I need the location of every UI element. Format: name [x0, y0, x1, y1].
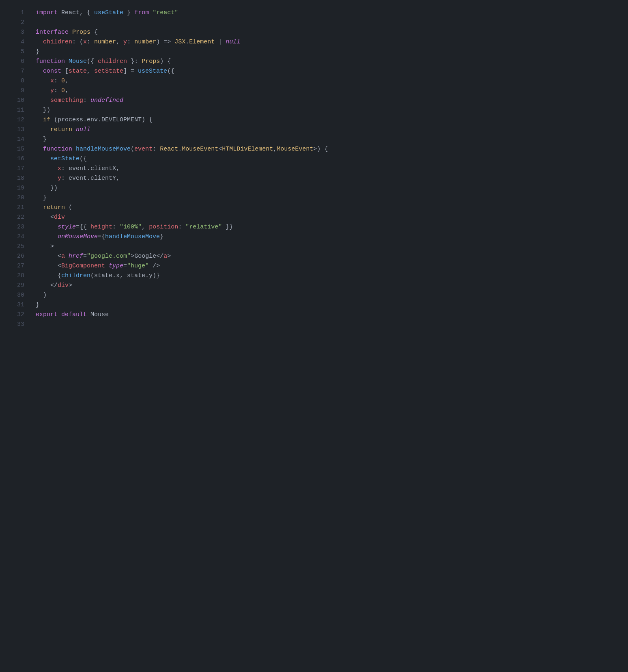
token-jsx-bracket: </: [156, 253, 163, 260]
token-plain: [65, 58, 69, 65]
token-jsx-attr: style: [58, 224, 76, 230]
token-obj-key: height: [90, 224, 112, 230]
token-plain: [36, 233, 58, 240]
code-line: 8 x: 0,: [0, 76, 628, 86]
line-number: 17: [8, 164, 24, 173]
token-plain: :: [112, 224, 120, 230]
line-content: <div: [36, 213, 620, 222]
token-plain: [36, 224, 58, 230]
token-plain: ) =>: [156, 39, 174, 45]
token-fn-call: setState: [50, 155, 80, 162]
token-var-name: y: [123, 39, 127, 45]
token-jsx-tag: a: [163, 253, 167, 260]
token-punc: }: [160, 233, 163, 240]
token-plain: [36, 263, 58, 269]
line-content: function Mouse({ children }: Props) {: [36, 57, 620, 66]
token-jsx-attr: type: [109, 263, 123, 269]
token-plain: [105, 263, 109, 269]
token-punc: {: [94, 29, 98, 36]
line-content: return null: [36, 125, 620, 134]
token-plain: ,: [65, 87, 69, 94]
token-plain: [36, 253, 58, 260]
token-plain: :: [83, 97, 90, 104]
token-jsx-bracket: />: [153, 263, 160, 269]
code-line: 4 children: (x: number, y: number) => JS…: [0, 37, 628, 47]
token-jsx-bracket: <: [58, 263, 61, 269]
token-fn-call: useState: [138, 68, 167, 75]
token-plain: [: [61, 68, 69, 75]
token-type-name: React: [160, 146, 178, 153]
token-punc: }): [50, 185, 58, 192]
token-jsx-bracket: >: [131, 253, 134, 260]
token-plain: (: [65, 204, 72, 211]
line-content: }: [36, 300, 620, 310]
line-content: </div>: [36, 281, 620, 290]
line-number: 18: [8, 174, 24, 183]
token-kw-function: function: [43, 146, 72, 153]
token-type-name: MouseEvent: [277, 146, 313, 153]
token-plain: [36, 39, 43, 45]
code-editor: 1import React, { useState } from "react"…: [0, 4, 628, 334]
token-kw-from: from: [134, 9, 149, 16]
code-line: 16 setState({: [0, 154, 628, 164]
code-line: 6function Mouse({ children }: Props) {: [0, 57, 628, 67]
token-jsx-tag: BigComponent: [61, 263, 105, 269]
token-plain: [36, 194, 43, 201]
token-plain: |: [215, 39, 226, 45]
token-punc: {: [90, 58, 94, 65]
token-fn-name: Mouse: [69, 58, 87, 65]
line-number: 33: [8, 320, 24, 329]
line-number: 8: [8, 76, 24, 86]
token-jsx-tag: div: [58, 282, 69, 289]
token-jsx-tag: a: [61, 253, 65, 260]
code-line: 5}: [0, 47, 628, 57]
line-content: function handleMouseMove(event: React.Mo…: [36, 144, 620, 154]
code-line: 23 style={{ height: "100%", position: "r…: [0, 222, 628, 232]
code-line: 30 ): [0, 291, 628, 300]
token-var-name: setState: [94, 68, 123, 75]
line-content: }): [36, 183, 620, 193]
token-obj-key: position: [149, 224, 178, 230]
token-plain: Mouse: [87, 311, 109, 318]
line-number: 3: [8, 28, 24, 37]
line-number: 4: [8, 37, 24, 47]
token-plain: [87, 224, 90, 230]
token-plain: Google: [134, 253, 156, 260]
line-content: something: undefined: [36, 96, 620, 105]
line-number: 19: [8, 183, 24, 193]
token-jsx-bracket: <: [50, 214, 54, 221]
token-var-name: state: [69, 68, 87, 75]
token-type-name: Props: [72, 29, 90, 36]
code-line: 32export default Mouse: [0, 310, 628, 320]
token-jsx-bracket: </: [50, 282, 58, 289]
token-var-name: children: [98, 58, 127, 65]
code-line: 22 <div: [0, 213, 628, 222]
token-plain: [36, 97, 50, 104]
line-content: }: [36, 47, 620, 56]
token-plain: [69, 29, 72, 36]
code-line: 15 function handleMouseMove(event: React…: [0, 144, 628, 154]
token-jsx-bracket: <: [58, 253, 61, 260]
token-obj-key: something: [50, 97, 83, 104]
token-punc: }: [36, 302, 39, 308]
line-number: 12: [8, 115, 24, 125]
code-line: 10 something: undefined: [0, 96, 628, 106]
token-kw-return: return: [43, 204, 65, 211]
token-kw-default: default: [61, 311, 87, 318]
code-line: 13 return null: [0, 125, 628, 135]
code-line: 31}: [0, 300, 628, 310]
token-plain: [36, 155, 50, 162]
token-obj-key: x: [58, 165, 61, 172]
line-number: 30: [8, 291, 24, 300]
token-type-name: JSX: [174, 39, 185, 45]
code-line: 25 >: [0, 242, 628, 252]
line-number: 31: [8, 300, 24, 310]
token-number: 0: [61, 78, 65, 84]
line-content: style={{ height: "100%", position: "rela…: [36, 222, 620, 232]
line-number: 1: [8, 8, 24, 17]
token-punc: }: [36, 48, 39, 55]
token-plain: :: [178, 224, 185, 230]
token-plain: =: [83, 253, 87, 260]
token-jsx-bracket: >: [167, 253, 171, 260]
line-number: 29: [8, 281, 24, 290]
